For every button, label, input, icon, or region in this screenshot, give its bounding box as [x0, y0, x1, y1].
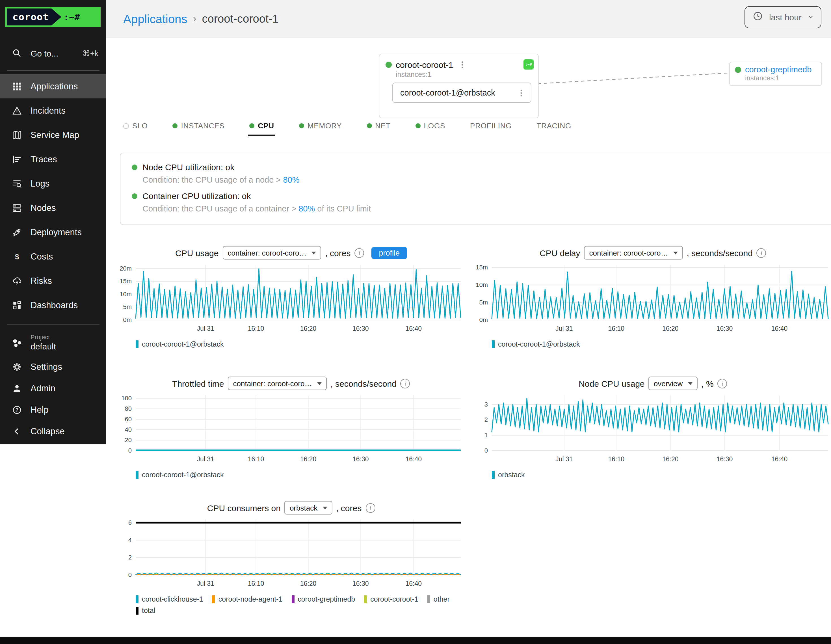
- app-card-coroot-greptimedb: coroot-greptimedb instances:1: [729, 62, 822, 86]
- sidebar-item-settings[interactable]: Settings: [0, 356, 106, 378]
- warning-triangle-icon: [11, 105, 22, 116]
- chart-selector-cpu-delay[interactable]: container: coroot-coro…: [584, 246, 683, 260]
- legend-swatch: [136, 471, 138, 479]
- check-threshold-link[interactable]: 80%: [298, 204, 315, 213]
- sidebar-item-collapse[interactable]: Collapse: [0, 421, 106, 442]
- legend-item-coroot-coroot-1-orbstack[interactable]: coroot-coroot-1@orbstack: [136, 340, 224, 348]
- chart-title-text: Throttled time: [172, 379, 224, 388]
- legend-swatch: [492, 471, 495, 479]
- sidebar-item-help[interactable]: ?Help: [0, 399, 106, 421]
- coroot-logo[interactable]: coroot :~#: [5, 7, 100, 27]
- info-icon[interactable]: i: [401, 379, 410, 388]
- chart-selector-value: overview: [654, 379, 683, 387]
- legend-item-orbstack[interactable]: orbstack: [492, 471, 525, 479]
- svg-text:16:20: 16:20: [300, 580, 317, 587]
- question-circle-icon: ?: [11, 404, 22, 416]
- sidebar-item-incidents[interactable]: Incidents: [0, 98, 106, 123]
- svg-text:16:30: 16:30: [352, 456, 369, 463]
- sidebar-item-admin[interactable]: Admin: [0, 378, 106, 399]
- app-menu-kebab-icon[interactable]: ⋮: [457, 60, 467, 69]
- check-condition: Condition: the CPU usage of a container …: [142, 204, 823, 213]
- chart-plot-cpu-delay: 0m5m10m15mJul 3116:1016:2016:3016:40: [475, 260, 831, 335]
- chart-selector-cpu-usage[interactable]: container: coroot-coro…: [223, 246, 321, 260]
- profile-button[interactable]: profile: [371, 247, 407, 259]
- tab-slo[interactable]: SLO: [122, 119, 149, 135]
- info-icon[interactable]: i: [718, 379, 727, 388]
- svg-text:40: 40: [125, 426, 132, 433]
- svg-text:16:40: 16:40: [405, 456, 422, 463]
- check-title: Container CPU utilization: ok: [142, 191, 251, 201]
- svg-text:16:10: 16:10: [248, 325, 264, 332]
- svg-text:16:30: 16:30: [352, 325, 369, 332]
- chart-selector-node-cpu-usage[interactable]: overview: [649, 376, 697, 390]
- check-threshold-link[interactable]: 80%: [283, 175, 299, 184]
- sidebar-item-label: Traces: [30, 154, 57, 164]
- svg-text:16:40: 16:40: [771, 325, 788, 332]
- sidebar-item-applications[interactable]: Applications: [0, 74, 106, 98]
- instances-count: instances:1: [396, 71, 538, 78]
- svg-text:Jul 31: Jul 31: [197, 580, 214, 587]
- chart-throttled-time: Throttled timecontainer: coroot-coro…, s…: [119, 376, 463, 479]
- tab-label: INSTANCES: [181, 121, 224, 130]
- tab-memory[interactable]: MEMORY: [298, 119, 343, 135]
- tab-net[interactable]: NET: [366, 119, 392, 135]
- sidebar-item-label: Logs: [30, 179, 49, 188]
- chart-selector-throttled-time[interactable]: container: coroot-coro…: [228, 376, 327, 390]
- legend-item-other[interactable]: other: [427, 595, 450, 603]
- info-icon[interactable]: i: [757, 248, 766, 258]
- sidebar-item-costs[interactable]: $Costs: [0, 244, 106, 269]
- sidebar-item-label: Collapse: [30, 426, 65, 437]
- chart-legend-cpu-consumers: coroot-clickhouse-1coroot-node-agent-1co…: [136, 595, 463, 615]
- legend-item-coroot-clickhouse-1[interactable]: coroot-clickhouse-1: [136, 595, 203, 603]
- dashboards-icon: [11, 300, 22, 311]
- project-switcher[interactable]: Project default: [0, 329, 106, 356]
- sidebar-item-label: Admin: [30, 383, 56, 394]
- sidebar-item-nodes[interactable]: Nodes: [0, 196, 106, 220]
- svg-text:16:20: 16:20: [662, 325, 679, 332]
- instance-box[interactable]: coroot-coroot-1@orbstack ⋮: [392, 83, 532, 103]
- info-icon[interactable]: i: [366, 503, 375, 513]
- tab-profiling[interactable]: PROFILING: [469, 119, 513, 135]
- goto-search[interactable]: Go to... ⌘+k: [0, 43, 106, 63]
- legend-swatch: [492, 340, 495, 348]
- tab-logs[interactable]: LOGS: [414, 119, 446, 135]
- sidebar-item-service-map[interactable]: Service Map: [0, 123, 106, 147]
- tab-label: LOGS: [424, 121, 445, 130]
- legend-item-coroot-coroot-1-orbstack[interactable]: coroot-coroot-1@orbstack: [136, 471, 224, 479]
- legend-item-coroot-coroot-1[interactable]: coroot-coroot-1: [364, 595, 418, 603]
- sidebar-item-logs[interactable]: Logs: [0, 171, 106, 196]
- instance-menu-kebab-icon[interactable]: ⋮: [516, 88, 526, 97]
- legend-item-coroot-greptimedb[interactable]: coroot-greptimedb: [291, 595, 355, 603]
- legend-item-coroot-node-agent-1[interactable]: coroot-node-agent-1: [212, 595, 283, 603]
- sidebar-item-label: Deployments: [30, 227, 82, 237]
- sidebar-item-risks[interactable]: Risks: [0, 269, 106, 293]
- legend-item-total[interactable]: total: [136, 607, 155, 615]
- time-range-picker[interactable]: last hour: [745, 6, 821, 28]
- caret-down-icon: [323, 506, 327, 509]
- info-icon[interactable]: i: [355, 248, 364, 258]
- svg-text:0: 0: [128, 447, 132, 454]
- svg-text:16:40: 16:40: [771, 456, 788, 463]
- sidebar-item-dashboards[interactable]: Dashboards: [0, 293, 106, 317]
- gear-icon: [11, 361, 22, 373]
- clock-icon: [753, 11, 763, 24]
- legend-item-coroot-coroot-1-orbstack[interactable]: coroot-coroot-1@orbstack: [492, 340, 580, 348]
- tab-instances[interactable]: INSTANCES: [171, 119, 226, 135]
- svg-text:6: 6: [128, 519, 132, 526]
- chart-selector-cpu-consumers[interactable]: orbstack: [285, 501, 332, 515]
- svg-text:5m: 5m: [123, 303, 132, 311]
- check-status-dot: [132, 193, 137, 199]
- tab-status-dot: [416, 123, 420, 128]
- chevron-down-icon: [807, 12, 814, 22]
- sidebar-item-deployments[interactable]: Deployments: [0, 220, 106, 244]
- svg-text:0m: 0m: [123, 316, 132, 324]
- logs-icon: [11, 178, 22, 189]
- svg-text:16:10: 16:10: [608, 325, 625, 332]
- upstream-app-link[interactable]: coroot-greptimedb: [745, 65, 812, 74]
- sidebar-item-traces[interactable]: Traces: [0, 147, 106, 171]
- tab-tracing[interactable]: TRACING: [535, 119, 572, 135]
- tab-cpu[interactable]: CPU: [248, 119, 275, 136]
- breadcrumb-applications-link[interactable]: Applications: [123, 12, 187, 26]
- svg-text:60: 60: [125, 416, 132, 422]
- chart-cpu-consumers: CPU consumers onorbstack, coresi0246Jul …: [119, 501, 463, 615]
